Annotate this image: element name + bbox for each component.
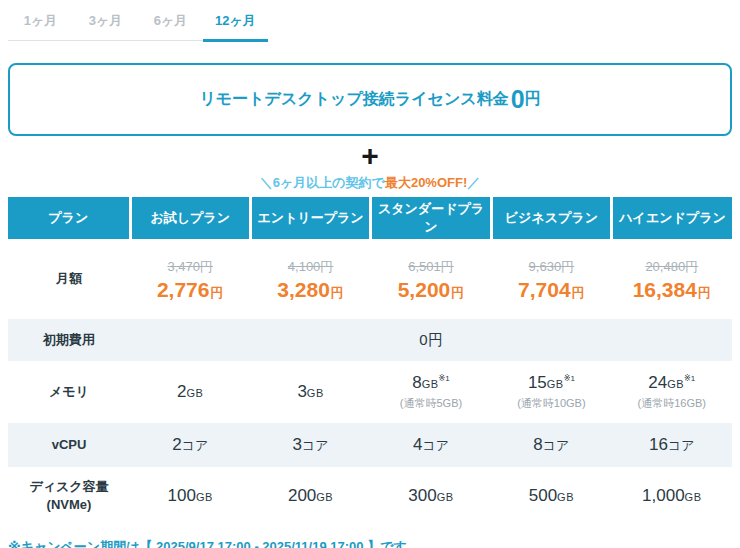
original-price: 4,100円 xyxy=(252,258,368,276)
memory-normal-note: (通常時10GB) xyxy=(493,396,609,411)
discounted-price: 2,776円 xyxy=(132,279,248,300)
initial-fee-row: 初期費用 0円 xyxy=(8,319,732,361)
row-label-initial-fee: 初期費用 xyxy=(8,319,130,361)
monthly-price-row: 月額 3,470円 2,776円 4,100円 3,280円 6,501円 5,… xyxy=(8,239,732,319)
footnote-marker: ※1 xyxy=(564,375,575,384)
yen-unit: 円 xyxy=(572,285,585,300)
original-price: 9,630円 xyxy=(493,258,609,276)
tab-3month[interactable]: 3ヶ月 xyxy=(73,6,138,42)
license-banner-text: リモートデスクトップ接続ライセンス料金 xyxy=(199,89,508,110)
vcpu-cell-entry: 3コア xyxy=(250,423,370,467)
vcpu-cell-standard: 4コア xyxy=(371,423,491,467)
disk-cell-standard: 300GB xyxy=(371,467,491,525)
monthly-price-cell-entry: 4,100円 3,280円 xyxy=(250,239,370,319)
monthly-price-cell-highend: 20,480円 16,384円 xyxy=(612,239,732,319)
campaign-right-slash: ／ xyxy=(467,175,480,190)
discounted-price: 5,200円 xyxy=(373,279,489,300)
pricing-page: 1ヶ月 3ヶ月 6ヶ月 12ヶ月 リモートデスクトップ接続ライセンス料金0円 +… xyxy=(0,0,740,548)
tab-1month[interactable]: 1ヶ月 xyxy=(8,6,73,42)
memory-cell-standard: 8GB※1 (通常時5GB) xyxy=(371,361,491,423)
tab-6month[interactable]: 6ヶ月 xyxy=(138,6,203,42)
footnote-marker: ※1 xyxy=(684,375,695,384)
monthly-price-cell-standard: 6,501円 5,200円 xyxy=(371,239,491,319)
pricing-table: プラン お試しプラン エントリープラン スタンダードプラン ビジネスプラン ハイ… xyxy=(8,197,732,525)
monthly-price-cell-business: 9,630円 7,704円 xyxy=(491,239,611,319)
memory-cell-business: 15GB※1 (通常時10GB) xyxy=(491,361,611,423)
period-tabs: 1ヶ月 3ヶ月 6ヶ月 12ヶ月 xyxy=(8,6,268,41)
campaign-highlight: 最大20%OFF! xyxy=(385,175,467,190)
initial-fee-cell: 0円 xyxy=(130,319,732,361)
original-price: 20,480円 xyxy=(614,258,730,276)
disk-cell-entry: 200GB xyxy=(250,467,370,525)
license-banner: リモートデスクトップ接続ライセンス料金0円 xyxy=(8,63,732,136)
campaign-text: 6ヶ月以上の契約で xyxy=(273,175,385,190)
disk-cell-highend: 1,000GB xyxy=(612,467,732,525)
vcpu-cell-trial: 2コア xyxy=(130,423,250,467)
row-label-monthly: 月額 xyxy=(8,239,130,319)
column-header-business: ビジネスプラン xyxy=(491,197,611,239)
yen-unit: 円 xyxy=(698,285,711,300)
original-price: 3,470円 xyxy=(132,258,248,276)
original-price: 6,501円 xyxy=(373,258,489,276)
column-header-standard: スタンダードプラン xyxy=(371,197,491,239)
license-price-unit: 円 xyxy=(525,89,541,110)
plus-sign: + xyxy=(8,141,732,171)
column-header-highend: ハイエンドプラン xyxy=(612,197,732,239)
column-header-trial: お試しプラン xyxy=(130,197,250,239)
memory-cell-entry: 3GB xyxy=(250,361,370,423)
discounted-price: 16,384円 xyxy=(614,279,730,300)
vcpu-cell-highend: 16コア xyxy=(612,423,732,467)
disk-row: ディスク容量 (NVMe) 100GB 200GB 300GB 500GB 1,… xyxy=(8,467,732,525)
yen-unit: 円 xyxy=(331,285,344,300)
license-price: 0 xyxy=(511,87,525,112)
monthly-price-cell-trial: 3,470円 2,776円 xyxy=(130,239,250,319)
campaign-banner: ＼6ヶ月以上の契約で最大20%OFF!／ xyxy=(8,174,732,192)
footnote-marker: ※1 xyxy=(439,375,450,384)
initial-fee-value: 0円 xyxy=(419,331,442,348)
row-label-vcpu: vCPU xyxy=(8,423,130,467)
memory-normal-note: (通常時5GB) xyxy=(373,396,489,411)
memory-cell-trial: 2GB xyxy=(130,361,250,423)
discounted-price: 3,280円 xyxy=(252,279,368,300)
column-header-entry: エントリープラン xyxy=(250,197,370,239)
memory-row: メモリ 2GB 3GB 8GB※1 (通常時5GB) 15GB※1 (通常時10… xyxy=(8,361,732,423)
vcpu-row: vCPU 2コア 3コア 4コア 8コア 16コア xyxy=(8,423,732,467)
tab-12month[interactable]: 12ヶ月 xyxy=(203,6,268,42)
campaign-left-slash: ＼ xyxy=(260,175,273,190)
memory-normal-note: (通常時16GB) xyxy=(614,396,730,411)
row-label-disk: ディスク容量 (NVMe) xyxy=(8,467,130,525)
memory-cell-highend: 24GB※1 (通常時16GB) xyxy=(612,361,732,423)
disk-cell-business: 500GB xyxy=(491,467,611,525)
yen-unit: 円 xyxy=(451,285,464,300)
campaign-period-note: ※キャンペーン期間は【 2025/9/17 17:00 - 2025/11/19… xyxy=(8,538,732,548)
table-header-row: プラン お試しプラン エントリープラン スタンダードプラン ビジネスプラン ハイ… xyxy=(8,197,732,239)
column-header-plan: プラン xyxy=(8,197,130,239)
yen-unit: 円 xyxy=(210,285,223,300)
discounted-price: 7,704円 xyxy=(493,279,609,300)
disk-cell-trial: 100GB xyxy=(130,467,250,525)
row-label-memory: メモリ xyxy=(8,361,130,423)
vcpu-cell-business: 8コア xyxy=(491,423,611,467)
